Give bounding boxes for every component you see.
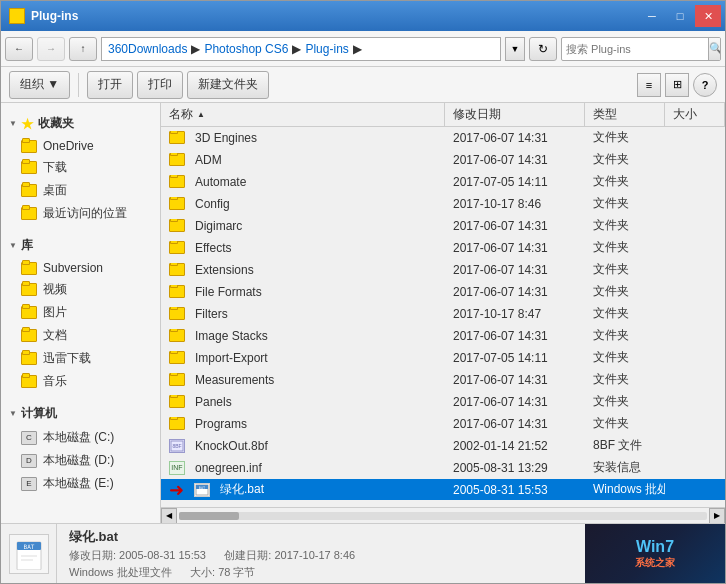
sidebar-item-desktop[interactable]: 桌面 [1,179,160,202]
recent-label: 最近访问的位置 [43,205,127,222]
table-row[interactable]: Extensions 2017-06-07 14:31 文件夹 [161,259,725,281]
table-row[interactable]: ADM 2017-06-07 14:31 文件夹 [161,149,725,171]
file-name-cell: ADM [161,153,445,167]
file-name-cell: Import-Export [161,351,445,365]
file-name-cell: Config [161,197,445,211]
table-row[interactable]: Programs 2017-06-07 14:31 文件夹 [161,413,725,435]
help-button[interactable]: ? [693,73,717,97]
file-name-cell: Panels [161,395,445,409]
col-header-name[interactable]: 名称 ▲ [161,103,445,126]
maximize-button[interactable]: □ [667,5,693,27]
titlebar-left: Plug-ins [9,8,78,24]
file-date-cell: 2017-07-05 14:11 [445,351,585,365]
bat-icon: BAT [194,483,210,497]
sidebar-item-drive-d[interactable]: D 本地磁盘 (D:) [1,449,160,472]
file-date-cell: 2017-07-05 14:11 [445,175,585,189]
search-button[interactable]: 🔍 [708,38,721,60]
sidebar-item-music[interactable]: 音乐 [1,370,160,393]
open-button[interactable]: 打开 [87,71,133,99]
sidebar-item-drive-e[interactable]: E 本地磁盘 (E:) [1,472,160,495]
library-arrow: ▼ [9,241,17,250]
sidebar-item-photo[interactable]: 图片 [1,301,160,324]
address-path[interactable]: 360Downloads ▶ Photoshop CS6 ▶ Plug-ins … [101,37,501,61]
doc-label: 文档 [43,327,67,344]
table-row[interactable]: Config 2017-10-17 8:46 文件夹 [161,193,725,215]
close-button[interactable]: ✕ [695,5,721,27]
photo-folder-icon [21,306,37,319]
folder-icon [169,329,185,342]
doc-folder-icon [21,329,37,342]
table-row[interactable]: Automate 2017-07-05 14:11 文件夹 [161,171,725,193]
file-name-cell: Extensions [161,263,445,277]
sidebar-item-drive-c[interactable]: C 本地磁盘 (C:) [1,426,160,449]
library-header[interactable]: ▼ 库 [1,233,160,258]
sidebar-item-recent[interactable]: 最近访问的位置 [1,202,160,225]
toolbar-right: ≡ ⊞ ? [637,73,717,97]
table-row[interactable]: Filters 2017-10-17 8:47 文件夹 [161,303,725,325]
back-button[interactable]: ← [5,37,33,61]
file-name: Measurements [195,373,274,387]
search-input[interactable] [562,43,708,55]
file-name: ADM [195,153,222,167]
computer-header[interactable]: ▼ 计算机 [1,401,160,426]
path-360downloads[interactable]: 360Downloads [108,42,187,56]
music-label: 音乐 [43,373,67,390]
file-list-content[interactable]: 3D Engines 2017-06-07 14:31 文件夹 ADM 2017… [161,127,725,507]
table-row[interactable]: 3D Engines 2017-06-07 14:31 文件夹 [161,127,725,149]
file-name: Config [195,197,230,211]
table-row[interactable]: Image Stacks 2017-06-07 14:31 文件夹 [161,325,725,347]
svg-text:8BF: 8BF [172,443,181,449]
downloads-folder-icon [21,161,37,174]
file-name: Import-Export [195,351,268,365]
folder-icon [169,219,185,232]
sidebar-item-subversion[interactable]: Subversion [1,258,160,278]
status-filename: 绿化.bat [69,528,573,546]
horizontal-scrollbar[interactable]: ◀ ▶ [161,507,725,523]
sidebar-item-doc[interactable]: 文档 [1,324,160,347]
sidebar-item-onedrive[interactable]: OneDrive [1,136,160,156]
table-row[interactable]: Digimarc 2017-06-07 14:31 文件夹 [161,215,725,237]
table-row[interactable]: Measurements 2017-06-07 14:31 文件夹 [161,369,725,391]
status-info: 绿化.bat 修改日期: 2005-08-31 15:53 创建日期: 2017… [57,524,585,583]
hscroll-thumb[interactable] [179,512,239,520]
status-icon-area: BAT [1,524,57,583]
address-dropdown[interactable]: ▼ [505,37,525,61]
table-row[interactable]: 8BF KnockOut.8bf 2002-01-14 21:52 8BF 文件 [161,435,725,457]
minimize-button[interactable]: ─ [639,5,665,27]
organize-button[interactable]: 组织 ▼ [9,71,70,99]
svg-rect-2 [12,17,16,21]
hscroll-track[interactable] [179,512,707,520]
view-button2[interactable]: ⊞ [665,73,689,97]
table-row[interactable]: INF onegreen.inf 2005-08-31 13:29 安装信息 [161,457,725,479]
file-date-cell: 2005-08-31 13:29 [445,461,585,475]
sidebar-item-downloads[interactable]: 下载 [1,156,160,179]
local-e-label: 本地磁盘 (E:) [43,475,114,492]
print-button[interactable]: 打印 [137,71,183,99]
status-file-icon: BAT [9,534,49,574]
onedrive-folder-icon [21,140,37,153]
table-row[interactable]: Panels 2017-06-07 14:31 文件夹 [161,391,725,413]
col-header-date[interactable]: 修改日期 [445,103,585,126]
col-header-size[interactable]: 大小 [665,103,725,126]
view-button[interactable]: ≡ [637,73,661,97]
path-plugins[interactable]: Plug-ins [305,42,348,56]
logo-text: Win7 系统之家 [635,538,675,570]
sidebar-item-video[interactable]: 视频 [1,278,160,301]
path-photoshop[interactable]: Photoshop CS6 [204,42,288,56]
hscroll-left-button[interactable]: ◀ [161,508,177,524]
hscroll-right-button[interactable]: ▶ [709,508,725,524]
new-folder-button[interactable]: 新建文件夹 [187,71,269,99]
titlebar: Plug-ins ─ □ ✕ [1,1,725,31]
forward-button[interactable]: → [37,37,65,61]
table-row[interactable]: ➜ BAT 绿化.bat 2005-08-31 15:53 Windows 批处… [161,479,725,501]
refresh-button[interactable]: ↻ [529,37,557,61]
col-header-type[interactable]: 类型 [585,103,665,126]
svg-rect-1 [18,11,22,15]
table-row[interactable]: Effects 2017-06-07 14:31 文件夹 [161,237,725,259]
table-row[interactable]: File Formats 2017-06-07 14:31 文件夹 [161,281,725,303]
table-row[interactable]: Import-Export 2017-07-05 14:11 文件夹 [161,347,725,369]
up-button[interactable]: ↑ [69,37,97,61]
favorites-header[interactable]: ▼ ★ 收藏夹 [1,111,160,136]
folder-icon [169,175,185,188]
sidebar-item-thunder[interactable]: 迅雷下载 [1,347,160,370]
